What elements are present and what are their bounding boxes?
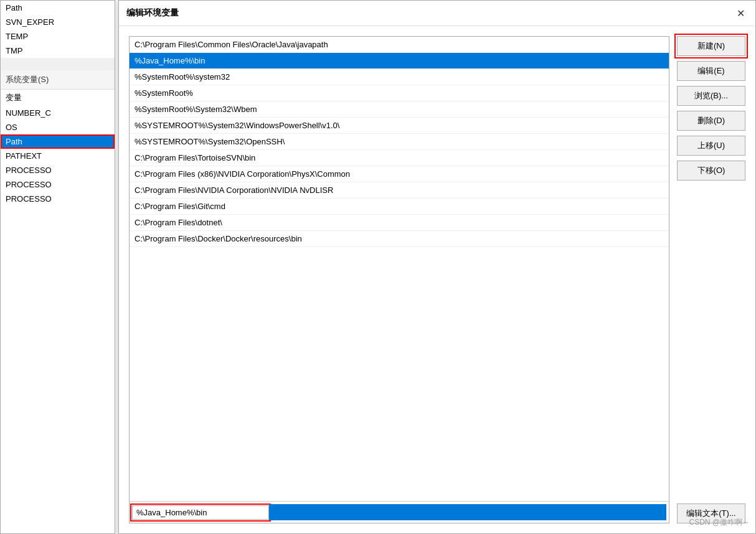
path-list-item[interactable]: %SystemRoot% [130,85,669,101]
path-list-item[interactable]: %SYSTEMROOT%\System32\OpenSSH\ [130,134,669,150]
path-list-item[interactable]: %Java_Home%\bin [130,53,669,69]
path-list-item[interactable]: %SYSTEMROOT%\System32\WindowsPowerShell\… [130,118,669,134]
dialog-body: C:\Program Files\Common Files\Oracle\Jav… [119,26,755,533]
path-list-item[interactable]: C:\Program Files\Common Files\Oracle\Jav… [130,37,669,53]
sys-var-pathext[interactable]: PATHEXT [1,149,115,163]
sys-var-header: 变量 [1,90,115,106]
path-list-item[interactable]: %SystemRoot%\system32 [130,69,669,85]
dialog-titlebar: 编辑环境变量 ✕ [119,1,755,26]
button-panel: 新建(N) 编辑(E) 浏览(B)... 删除(D) 上移(U) 下移(O) 编… [677,36,745,523]
edit-button[interactable]: 编辑(E) [677,61,745,81]
sys-var-processor1[interactable]: PROCESSO [1,163,115,177]
button-spacer [677,185,745,499]
path-list[interactable]: C:\Program Files\Common Files\Oracle\Jav… [130,37,669,501]
move-up-button[interactable]: 上移(U) [677,136,745,156]
path-edit-row [130,501,669,523]
move-down-button[interactable]: 下移(O) [677,161,745,180]
sys-var-processor3[interactable]: PROCESSO [1,192,115,206]
sys-var-processor2[interactable]: PROCESSO [1,177,115,192]
var-item-path-top[interactable]: Path [1,1,115,15]
path-list-container: C:\Program Files\Common Files\Oracle\Jav… [129,36,669,523]
section-spacer [1,58,115,70]
delete-button[interactable]: 删除(D) [677,111,745,131]
path-list-item[interactable]: C:\Program Files (x86)\NVIDIA Corporatio… [130,166,669,182]
sys-var-number[interactable]: NUMBER_C [1,106,115,120]
section-label: 系统变量(S) [1,70,115,90]
path-list-item[interactable]: C:\Program Files\TortoiseSVN\bin [130,150,669,166]
var-item-svn[interactable]: SVN_EXPER [1,15,115,29]
top-var-list[interactable]: Path SVN_EXPER TEMP TMP [1,1,115,58]
path-list-item[interactable]: C:\Program Files\Docker\Docker\resources… [130,231,669,247]
path-list-item[interactable]: C:\Program Files\NVIDIA Corporation\NVID… [130,182,669,199]
left-panel: Path SVN_EXPER TEMP TMP 系统变量(S) 变量 NUMBE… [0,0,115,534]
path-list-item[interactable]: C:\Program Files\dotnet\ [130,215,669,231]
path-list-item[interactable]: %SystemRoot%\System32\Wbem [130,101,669,118]
sys-var-os[interactable]: OS [1,120,115,134]
path-edit-input[interactable] [132,505,269,520]
path-list-item[interactable]: C:\Program Files\Git\cmd [130,199,669,215]
path-edit-highlight [269,504,666,520]
browse-button[interactable]: 浏览(B)... [677,86,745,106]
watermark: CSDN @傲咋啊～ [689,517,750,528]
edit-env-dialog: 编辑环境变量 ✕ C:\Program Files\Common Files\O… [118,0,756,534]
var-item-tmp[interactable]: TMP [1,44,115,58]
sys-var-list[interactable]: 变量 NUMBER_C OS Path PATHEXT PROCESSO PRO… [1,90,115,206]
dialog-title: 编辑环境变量 [126,7,179,19]
new-button[interactable]: 新建(N) [677,36,745,56]
close-button[interactable]: ✕ [733,6,748,21]
var-item-temp[interactable]: TEMP [1,29,115,44]
sys-var-path[interactable]: Path [1,134,115,149]
